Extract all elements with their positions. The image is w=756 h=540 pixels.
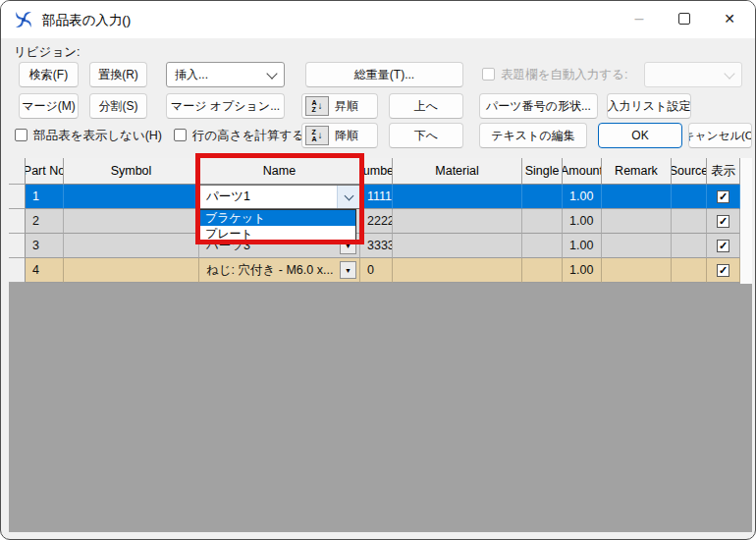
cell-name[interactable]: ねじ: 穴付き - M6.0 x...	[199, 258, 360, 283]
column-header-symbol[interactable]: Symbol	[64, 158, 199, 185]
name-combobox-value: パーツ1	[200, 189, 337, 205]
dropdown-item[interactable]: ブラケット	[200, 210, 355, 226]
name-combobox[interactable]: パーツ1	[199, 185, 360, 209]
column-header-part-no[interactable]: Part No	[26, 158, 64, 185]
bom-input-dialog: 部品表の入力() – ✕ リビジョン: 検索(F) 置換(R) 挿入... 総重…	[0, 0, 756, 540]
minimize-button[interactable]: –	[617, 2, 662, 35]
dropdown-arrow-icon: ▼	[345, 267, 351, 274]
cell-source[interactable]	[672, 258, 707, 283]
sort-descending-button[interactable]: ZA ↓ 降順	[301, 123, 378, 148]
cell-material[interactable]	[393, 185, 522, 209]
split-button[interactable]: 分割(S)	[89, 93, 147, 119]
dropdown-item[interactable]: プレート	[200, 226, 355, 242]
minimize-icon: –	[635, 10, 644, 27]
cell-symbol[interactable]	[64, 185, 199, 209]
cell-amount[interactable]: 1.00	[563, 209, 602, 234]
cell-number[interactable]: 0	[360, 258, 393, 283]
cell-single[interactable]	[522, 185, 563, 209]
cell-visible[interactable]: ✓	[707, 185, 740, 209]
visible-checkbox[interactable]: ✓	[717, 240, 729, 252]
cell-symbol[interactable]	[64, 234, 199, 258]
cell-single[interactable]	[522, 209, 563, 234]
replace-button[interactable]: 置換(R)	[89, 62, 147, 87]
ok-button[interactable]: OK	[598, 123, 682, 148]
table-row[interactable]: 3 パーツ3 3333 1.00 ✓ ▼	[9, 234, 740, 258]
name-dropdown-list: ブラケット プレート	[199, 209, 356, 243]
visible-checkbox[interactable]: ✓	[717, 190, 729, 203]
cell-part-no[interactable]: 4	[26, 258, 64, 283]
cell-material[interactable]	[393, 234, 522, 258]
close-button[interactable]: ✕	[707, 2, 752, 35]
cell-remark[interactable]	[602, 234, 672, 258]
cell-source[interactable]	[672, 234, 707, 258]
table-row[interactable]: 2 2222 1.00 ✓	[9, 209, 740, 234]
cancel-button[interactable]: キャンセル(C)	[688, 123, 752, 148]
cell-remark[interactable]	[602, 209, 672, 234]
visible-checkbox[interactable]: ✓	[717, 215, 729, 228]
text-edit-button[interactable]: テキストの編集	[479, 123, 587, 148]
cell-amount[interactable]: 1.00	[563, 185, 602, 209]
total-weight-button[interactable]: 総重量(T)...	[305, 62, 463, 87]
table-row[interactable]: 4 ねじ: 穴付き - M6.0 x... 0 1.00 ✓ ▼	[9, 258, 740, 283]
merge-button[interactable]: マージ(M)	[19, 93, 79, 119]
cell-material[interactable]	[393, 209, 522, 234]
cell-part-no[interactable]: 1	[26, 185, 64, 209]
insert-combobox-value: 挿入...	[175, 67, 208, 83]
title-bar: 部品表の入力() – ✕	[1, 1, 755, 38]
table-row[interactable]: 1 1111 1.00 ✓ パーツ1	[9, 185, 740, 209]
auto-title-checkbox[interactable]	[482, 68, 495, 81]
maximize-button[interactable]	[662, 2, 707, 35]
cell-remark[interactable]	[602, 185, 672, 209]
search-button[interactable]: 検索(F)	[19, 62, 79, 87]
cell-source[interactable]	[672, 185, 707, 209]
row-selector[interactable]	[9, 258, 26, 283]
hide-bom-checkbox[interactable]	[15, 129, 27, 141]
cell-material[interactable]	[393, 258, 522, 283]
check-icon: ✓	[719, 215, 728, 228]
cell-number[interactable]: 1111	[360, 185, 393, 209]
merge-options-button[interactable]: マージ オプション...	[166, 93, 285, 119]
row-selector[interactable]	[9, 185, 26, 209]
calc-row-height-checkbox[interactable]	[174, 129, 187, 141]
name-dropdown-arrow-button[interactable]: ▼	[340, 261, 356, 279]
cell-part-no[interactable]: 3	[26, 234, 64, 258]
cell-amount[interactable]: 1.00	[563, 234, 602, 258]
bom-table: Part No Symbol Name Number Material Sing…	[9, 158, 740, 283]
column-header-material[interactable]: Material	[393, 158, 522, 185]
cell-single[interactable]	[522, 258, 563, 283]
column-header-source[interactable]: Source	[672, 158, 707, 185]
column-header-single[interactable]: Single	[522, 158, 563, 185]
move-up-button[interactable]: 上へ	[389, 93, 463, 119]
column-header-number[interactable]: Number	[360, 158, 393, 185]
column-header-remark[interactable]: Remark	[602, 158, 672, 185]
cell-number[interactable]: 3333	[360, 234, 393, 258]
cell-symbol[interactable]	[64, 258, 199, 283]
insert-combobox[interactable]: 挿入...	[166, 62, 285, 87]
cell-remark[interactable]	[602, 258, 672, 283]
visible-checkbox[interactable]: ✓	[717, 264, 729, 277]
row-selector[interactable]	[9, 234, 26, 258]
cell-visible[interactable]: ✓	[707, 209, 740, 234]
input-list-settings-button[interactable]: 入力リスト設定	[607, 93, 691, 119]
column-header-selector[interactable]	[9, 158, 26, 185]
move-down-button[interactable]: 下へ	[389, 123, 463, 148]
chevron-down-icon	[266, 68, 277, 79]
cell-part-no[interactable]: 2	[26, 209, 64, 234]
name-combobox-dropdown-button[interactable]	[337, 186, 359, 208]
auto-title-combobox[interactable]	[644, 62, 742, 87]
column-header-amount[interactable]: Amount	[563, 158, 602, 185]
row-selector[interactable]	[9, 209, 26, 234]
close-icon: ✕	[724, 11, 735, 27]
cell-source[interactable]	[672, 209, 707, 234]
cell-amount[interactable]: 1.00	[563, 258, 602, 283]
cell-single[interactable]	[522, 234, 563, 258]
column-header-visible[interactable]: 表示	[707, 158, 740, 185]
cell-number[interactable]: 2222	[360, 209, 393, 234]
cell-symbol[interactable]	[64, 209, 199, 234]
cell-visible[interactable]: ✓	[707, 234, 740, 258]
cell-visible[interactable]: ✓	[707, 258, 740, 283]
table-right-strip	[740, 158, 752, 284]
sort-ascending-button[interactable]: AZ ↓ 昇順	[301, 93, 378, 119]
part-number-shape-button[interactable]: パーツ番号の形状...	[479, 93, 598, 119]
column-header-name[interactable]: Name	[199, 158, 360, 185]
